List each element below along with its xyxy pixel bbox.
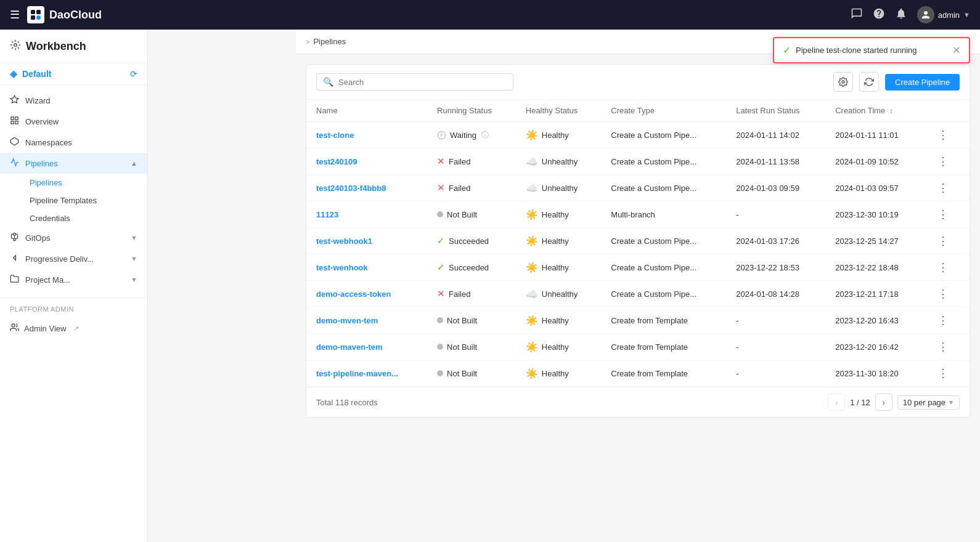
- user-menu[interactable]: admin ▼: [917, 6, 970, 23]
- healthy-status-text: Healthy: [542, 342, 569, 352]
- cell-latest-run-status: -: [726, 360, 825, 387]
- cell-create-type: Create a Custom Pipe...: [601, 175, 726, 201]
- cell-name[interactable]: test240103-f4bbb8: [306, 175, 427, 201]
- cell-actions[interactable]: ⋮: [924, 307, 970, 334]
- sidebar-item-progressive-delivery[interactable]: Progressive Deliv... ▼: [0, 248, 147, 269]
- sort-icon: ↕: [888, 107, 893, 115]
- running-status-cell: Not Built: [437, 342, 506, 352]
- prev-page-button[interactable]: ‹: [828, 394, 845, 411]
- row-actions-button[interactable]: ⋮: [934, 127, 952, 142]
- menu-icon[interactable]: ☰: [10, 8, 20, 22]
- sidebar: Workbench ◈ Default ⟳ Wizard Overview Na: [0, 30, 148, 542]
- wizard-label: Wizard: [25, 96, 50, 105]
- sidebar-item-overview[interactable]: Overview: [0, 111, 147, 132]
- cell-running-status: Not Built: [427, 334, 516, 360]
- healthy-status-cell: ☀️Healthy: [526, 235, 592, 247]
- cell-healthy-status: ☀️Healthy: [516, 254, 602, 281]
- settings-button[interactable]: [833, 72, 853, 92]
- sidebar-item-namespaces[interactable]: Namespaces: [0, 132, 147, 153]
- cell-name[interactable]: demo-mven-tem: [306, 307, 427, 334]
- per-page-selector[interactable]: 10 per page ▼: [897, 395, 960, 410]
- sidebar-item-pipelines-header[interactable]: Pipelines ▲: [0, 153, 147, 174]
- refresh-button[interactable]: [859, 72, 879, 92]
- cell-actions[interactable]: ⋮: [924, 228, 970, 254]
- healthy-status-cell: ☀️Healthy: [526, 368, 592, 379]
- breadcrumb-text: Pipelines: [313, 37, 346, 46]
- health-sun-icon: ☀️: [526, 262, 538, 273]
- sidebar-item-project-management[interactable]: Project Ma... ▼: [0, 269, 147, 290]
- next-page-button[interactable]: ›: [875, 394, 892, 411]
- sidebar-subitem-pipeline-templates[interactable]: Pipeline Templates: [20, 192, 147, 209]
- cell-latest-run-status: 2024-01-03 09:59: [726, 175, 825, 201]
- cell-latest-run-status: 2024-01-11 14:02: [726, 122, 825, 148]
- col-name: Name: [306, 100, 427, 122]
- health-sun-icon: ☀️: [526, 129, 538, 141]
- running-status-text: Not Built: [447, 210, 477, 219]
- cell-name[interactable]: test-clone: [306, 122, 427, 148]
- cell-actions[interactable]: ⋮: [924, 360, 970, 387]
- cell-creation-time: 2023-11-30 18:20: [825, 360, 924, 387]
- create-pipeline-button[interactable]: Create Pipeline: [885, 74, 960, 91]
- cell-actions[interactable]: ⋮: [924, 175, 970, 201]
- svg-rect-0: [31, 10, 35, 14]
- row-actions-button[interactable]: ⋮: [934, 154, 952, 169]
- cell-healthy-status: ☀️Healthy: [516, 228, 602, 254]
- row-actions-button[interactable]: ⋮: [934, 180, 952, 195]
- gitops-chevron-icon: ▼: [131, 234, 137, 241]
- row-actions-button[interactable]: ⋮: [934, 286, 952, 301]
- cell-creation-time: 2024-01-03 09:57: [825, 175, 924, 201]
- sidebar-item-admin-view[interactable]: Admin View ↗: [0, 318, 147, 339]
- cell-name[interactable]: test-pipeline-maven...: [306, 360, 427, 387]
- help-icon[interactable]: [873, 7, 885, 23]
- progressive-delivery-icon: [10, 253, 19, 264]
- table-row: test-wenhook✓Succeeded☀️HealthyCreate a …: [306, 254, 970, 281]
- running-status-cell: Waitingⓘ: [437, 130, 506, 140]
- search-input[interactable]: [338, 78, 507, 87]
- svg-point-4: [14, 44, 17, 47]
- row-actions-button[interactable]: ⋮: [934, 339, 952, 354]
- running-status-cell: Not Built: [437, 210, 506, 219]
- cell-actions[interactable]: ⋮: [924, 254, 970, 281]
- cell-actions[interactable]: ⋮: [924, 122, 970, 148]
- svg-rect-7: [11, 121, 14, 124]
- cell-actions[interactable]: ⋮: [924, 201, 970, 228]
- cell-name[interactable]: 11123: [306, 201, 427, 228]
- row-actions-button[interactable]: ⋮: [934, 260, 952, 275]
- refresh-button[interactable]: ⟳: [130, 69, 137, 79]
- cell-name[interactable]: test-webhook1: [306, 228, 427, 254]
- cell-name[interactable]: demo-maven-tem: [306, 334, 427, 360]
- notification-close-button[interactable]: ✕: [952, 44, 960, 56]
- cell-create-type: Create a Custom Pipe...: [601, 281, 726, 307]
- notification-icon[interactable]: [895, 7, 907, 23]
- cell-actions[interactable]: ⋮: [924, 281, 970, 307]
- cell-actions[interactable]: ⋮: [924, 148, 970, 175]
- row-actions-button[interactable]: ⋮: [934, 233, 952, 248]
- col-creation-time[interactable]: Creation Time ↕: [825, 100, 924, 122]
- cell-running-status: ✓Succeeded: [427, 228, 516, 254]
- cell-latest-run-status: -: [726, 334, 825, 360]
- cell-name[interactable]: test240109: [306, 148, 427, 175]
- healthy-status-cell: ☁️Unhealthy: [526, 156, 592, 168]
- cell-creation-time: 2024-01-09 10:52: [825, 148, 924, 175]
- row-actions-button[interactable]: ⋮: [934, 313, 952, 328]
- cell-actions[interactable]: ⋮: [924, 334, 970, 360]
- cell-name[interactable]: demo-access-token: [306, 281, 427, 307]
- running-status-text: Failed: [449, 157, 470, 166]
- message-icon[interactable]: [851, 7, 863, 23]
- cell-latest-run-status: 2024-01-08 14:28: [726, 281, 825, 307]
- external-link-icon: ↗: [73, 325, 79, 333]
- sidebar-subitem-pipelines[interactable]: Pipelines: [20, 174, 147, 192]
- cell-create-type: Create a Custom Pipe...: [601, 122, 726, 148]
- main-content: > Pipelines ✓ Pipeline test-clone starte…: [296, 30, 980, 542]
- cell-name[interactable]: test-wenhook: [306, 254, 427, 281]
- cell-creation-time: 2023-12-25 14:27: [825, 228, 924, 254]
- sidebar-item-gitops[interactable]: GitOps ▼: [0, 227, 147, 248]
- row-actions-button[interactable]: ⋮: [934, 207, 952, 222]
- sidebar-subitem-credentials[interactable]: Credentials: [20, 209, 147, 227]
- row-actions-button[interactable]: ⋮: [934, 366, 952, 381]
- search-box[interactable]: 🔍: [316, 73, 513, 91]
- sidebar-item-wizard[interactable]: Wizard: [0, 90, 147, 111]
- svg-rect-6: [15, 117, 18, 119]
- default-label[interactable]: Default: [22, 69, 51, 79]
- total-records: Total 118 records: [316, 398, 378, 407]
